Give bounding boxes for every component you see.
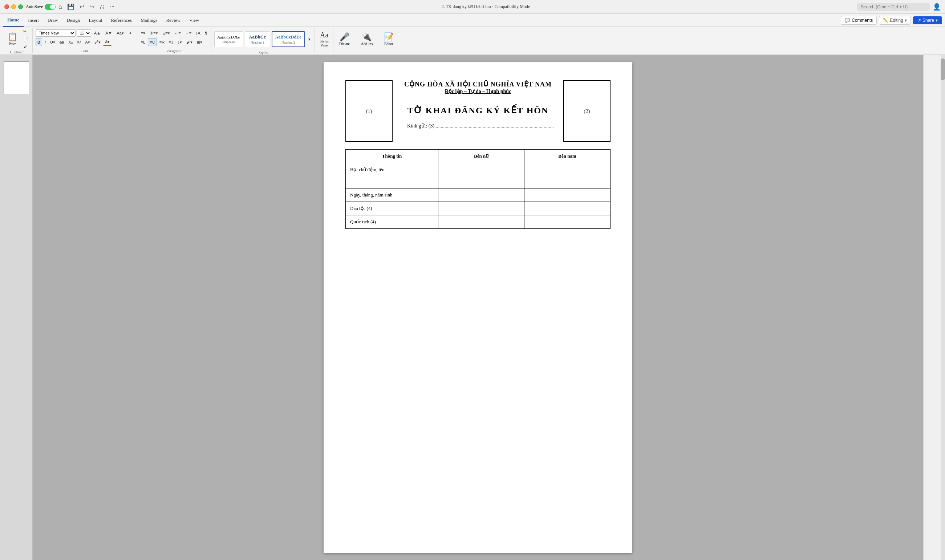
strikethrough-button[interactable]: ab [58, 38, 66, 46]
undo-icon[interactable]: ↩ [80, 3, 84, 10]
styles-pane-icon: Aa [320, 31, 328, 39]
group-styles: AaBbCcDdEe Emphasis AaBbCc Heading 1 AaB… [212, 28, 315, 53]
bullets-button[interactable]: ≡▾ [139, 29, 147, 37]
add-ins-icon: 🔌 [362, 32, 371, 42]
more-icon[interactable]: ··· [110, 4, 114, 10]
cut-icon: ✂ [23, 29, 26, 34]
home-icon[interactable]: ⌂ [58, 4, 62, 10]
shading-button[interactable]: 🖌▾ [185, 38, 194, 46]
increase-font-button[interactable]: A▲ [92, 29, 102, 37]
tab-insert[interactable]: Insert [24, 14, 43, 27]
microphone-icon: 🎤 [340, 32, 349, 42]
traffic-lights [5, 5, 23, 9]
borders-button[interactable]: ⊞▾ [195, 38, 204, 46]
col-header-info: Thông tin [346, 150, 439, 163]
tab-layout[interactable]: Layout [85, 14, 107, 27]
multilevel-button[interactable]: ⊞≡▾ [160, 29, 172, 37]
group-clipboard: 📋 Paste ✂ 📄 🖌 Clipboard [2, 28, 33, 53]
tab-mailings[interactable]: Mailings [136, 14, 162, 27]
tab-draw[interactable]: Draw [43, 14, 63, 27]
minimize-button[interactable] [11, 5, 16, 9]
underline-button[interactable]: U▾ [48, 38, 57, 46]
tab-review[interactable]: Review [162, 14, 185, 27]
scrollbar-thumb[interactable] [940, 58, 945, 80]
pencil-icon: ✏️ [883, 18, 888, 23]
title-area: 2. TK dang ky k#U1ebft hín - Compatibili… [117, 4, 854, 9]
table-cell-nu-3 [439, 215, 525, 229]
copy-button[interactable]: 📄 [22, 35, 30, 43]
print-icon[interactable]: 🖨 [99, 4, 105, 10]
close-button[interactable] [5, 5, 9, 9]
line-spacing-button[interactable]: ↕▾ [176, 38, 184, 46]
share-button[interactable]: ↗ Share ▾ [913, 16, 942, 24]
document-title: 2. TK dang ky k#U1ebft hín - Compatibili… [442, 4, 530, 9]
align-left-button[interactable]: ≡L [139, 38, 148, 46]
clear-format-button[interactable]: ✦ [127, 29, 134, 37]
increase-indent-button[interactable]: →≡ [183, 29, 193, 37]
add-ins-button[interactable]: 🔌 Add-ins [358, 28, 376, 49]
table-cell-nam-0 [525, 163, 611, 188]
style-heading2[interactable]: AaBbCcDdEe Heading 2 [272, 31, 305, 47]
titlebar-right: 👤 [857, 3, 940, 11]
show-formatting-button[interactable]: ¶ [203, 29, 209, 37]
dictate-button[interactable]: 🎤 Dictate [336, 28, 352, 49]
style-heading1[interactable]: AaBbCc Heading 1 [245, 31, 270, 47]
sidebar-right [923, 55, 945, 560]
maximize-button[interactable] [18, 5, 23, 9]
format-painter-button[interactable]: 🖌 [22, 43, 30, 50]
format-painter-icon: 🖌 [23, 44, 27, 49]
font-size-select[interactable]: 12 [77, 29, 91, 37]
styles-pane-button[interactable]: Aa StylesPane [318, 28, 331, 49]
group-font: Times New... 12 A▲ A▼ Aa▾ ✦ B I U▾ ab X₂ [34, 28, 136, 53]
document-subtitle: Độc lập – Tự do – Hạnh phúc [400, 88, 556, 94]
document-title-main: CỘNG HÒA XÃ HỘI CHỦ NGHĨA VIỆT NAM [400, 80, 556, 88]
save-icon[interactable]: 💾 [67, 3, 74, 10]
justify-button[interactable]: ≡J [167, 38, 175, 46]
page-thumbnail[interactable] [4, 62, 29, 94]
form-title: TỜ KHAI ĐĂNG KÝ KẾT HÔN [400, 105, 556, 115]
photo-box-2: (2) [563, 80, 611, 142]
superscript-button[interactable]: X² [75, 38, 83, 46]
styles-label: Styles [259, 51, 267, 55]
cut-button[interactable]: ✂ [22, 28, 30, 35]
italic-button[interactable]: I [43, 38, 48, 46]
text-color-button[interactable]: A▾ [103, 38, 111, 46]
numbering-button[interactable]: ①≡▾ [148, 29, 159, 37]
decrease-font-button[interactable]: A▼ [103, 29, 114, 37]
editing-button[interactable]: ✏️ Editing ▾ [879, 16, 911, 25]
tab-home[interactable]: Home [3, 14, 24, 27]
photo-box-1: (1) [345, 80, 392, 142]
autosave-toggle-area[interactable]: AutoSave [26, 4, 55, 10]
tab-view[interactable]: View [185, 14, 203, 27]
page: (1) CỘNG HÒA XÃ HỘI CHỦ NGHĨA VIỆT NAM Đ… [323, 62, 632, 553]
table-row: Ngày, tháng, năm sinh [346, 188, 611, 202]
ribbon-content: 📋 Paste ✂ 📄 🖌 Clipboard [0, 27, 945, 54]
editor-button[interactable]: 📝 Editor [381, 28, 397, 49]
account-icon[interactable]: 👤 [933, 3, 940, 11]
col-header-ben-nu: Bên nữ [439, 150, 525, 163]
redo-icon[interactable]: ↪ [89, 3, 94, 10]
search-input[interactable] [857, 3, 930, 11]
table-cell-info-1: Ngày, tháng, năm sinh [346, 188, 439, 202]
document-area[interactable]: (1) CỘNG HÒA XÃ HỘI CHỦ NGHĨA VIỆT NAM Đ… [33, 55, 923, 560]
autosave-switch[interactable] [45, 4, 55, 10]
sort-button[interactable]: ↕A [194, 29, 202, 37]
style-emphasis[interactable]: AaBbCcDdEe Emphasis [214, 31, 243, 47]
table-cell-nu-0 [439, 163, 525, 188]
comments-button[interactable]: 💬 Comments [841, 16, 877, 25]
align-right-button[interactable]: ≡R [158, 38, 166, 46]
font-format-row: B I U▾ ab X₂ X² A▾ 🖊▾ A▾ [35, 38, 134, 46]
change-case-button[interactable]: Aa▾ [115, 29, 125, 37]
tab-design[interactable]: Design [63, 14, 85, 27]
font-color-button[interactable]: A▾ [83, 38, 92, 46]
bold-button[interactable]: B [35, 38, 42, 46]
highlight-button[interactable]: 🖊▾ [92, 38, 102, 46]
font-family-select[interactable]: Times New... [35, 29, 75, 37]
paste-button[interactable]: 📋 Paste [5, 31, 21, 48]
decrease-indent-button[interactable]: ←≡ [172, 29, 182, 37]
tab-references[interactable]: References [106, 14, 136, 27]
copy-icon: 📄 [23, 37, 28, 42]
subscript-button[interactable]: X₂ [66, 38, 74, 46]
styles-more-button[interactable]: ▾ [306, 28, 312, 50]
align-center-button[interactable]: ≡C [148, 38, 157, 46]
